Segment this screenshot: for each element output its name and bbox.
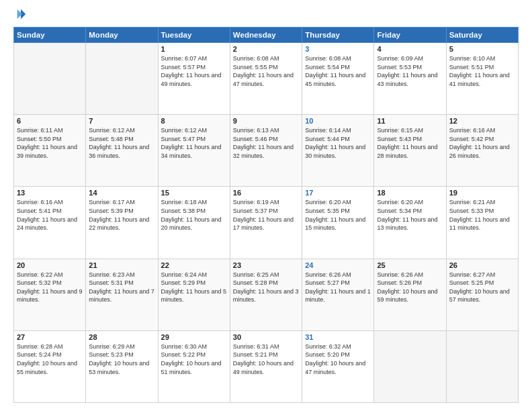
day-number: 10 (305, 117, 371, 125)
calendar-cell: 6Sunrise: 6:11 AMSunset: 5:50 PMDaylight… (14, 115, 86, 187)
calendar-cell: 20Sunrise: 6:22 AMSunset: 5:32 PMDayligh… (14, 259, 86, 330)
calendar-week-2: 6Sunrise: 6:11 AMSunset: 5:50 PMDaylight… (14, 115, 519, 187)
weekday-header-tuesday: Tuesday (158, 28, 230, 43)
calendar-cell (374, 330, 446, 402)
day-number: 17 (305, 189, 371, 197)
calendar-cell: 1Sunrise: 6:07 AMSunset: 5:57 PMDaylight… (158, 43, 230, 115)
calendar-cell: 5Sunrise: 6:10 AMSunset: 5:51 PMDaylight… (446, 43, 518, 115)
calendar-cell: 18Sunrise: 6:20 AMSunset: 5:34 PMDayligh… (374, 187, 446, 259)
calendar-cell: 19Sunrise: 6:21 AMSunset: 5:33 PMDayligh… (446, 187, 518, 259)
day-number: 14 (89, 189, 154, 197)
day-info: Sunrise: 6:11 AMSunset: 5:50 PMDaylight:… (17, 126, 83, 160)
day-number: 20 (17, 261, 83, 269)
day-info: Sunrise: 6:14 AMSunset: 5:44 PMDaylight:… (305, 126, 371, 160)
day-info: Sunrise: 6:22 AMSunset: 5:32 PMDaylight:… (17, 271, 83, 304)
calendar-cell: 22Sunrise: 6:24 AMSunset: 5:29 PMDayligh… (158, 259, 230, 330)
day-info: Sunrise: 6:19 AMSunset: 5:37 PMDaylight:… (233, 198, 299, 232)
calendar-cell: 10Sunrise: 6:14 AMSunset: 5:44 PMDayligh… (302, 115, 374, 187)
day-info: Sunrise: 6:20 AMSunset: 5:34 PMDaylight:… (377, 198, 443, 232)
header (13, 11, 519, 20)
calendar-cell: 14Sunrise: 6:17 AMSunset: 5:39 PMDayligh… (86, 187, 158, 259)
day-number: 28 (89, 333, 154, 341)
day-info: Sunrise: 6:08 AMSunset: 5:55 PMDaylight:… (233, 54, 299, 88)
calendar-cell: 3Sunrise: 6:08 AMSunset: 5:54 PMDaylight… (302, 43, 374, 115)
day-number: 18 (377, 189, 443, 197)
calendar-week-3: 13Sunrise: 6:16 AMSunset: 5:41 PMDayligh… (14, 187, 519, 259)
day-info: Sunrise: 6:24 AMSunset: 5:29 PMDaylight:… (161, 271, 227, 304)
calendar-cell: 11Sunrise: 6:15 AMSunset: 5:43 PMDayligh… (374, 115, 446, 187)
day-number: 16 (233, 189, 299, 197)
day-number: 29 (161, 333, 227, 341)
day-number: 24 (305, 261, 371, 269)
calendar-cell: 8Sunrise: 6:12 AMSunset: 5:47 PMDaylight… (158, 115, 230, 187)
day-info: Sunrise: 6:30 AMSunset: 5:22 PMDaylight:… (161, 342, 227, 376)
day-info: Sunrise: 6:32 AMSunset: 5:20 PMDaylight:… (305, 342, 371, 376)
day-info: Sunrise: 6:17 AMSunset: 5:39 PMDaylight:… (89, 198, 154, 232)
day-number: 30 (233, 333, 299, 341)
weekday-header-monday: Monday (86, 28, 158, 43)
weekday-header-saturday: Saturday (446, 28, 518, 43)
calendar-cell: 24Sunrise: 6:26 AMSunset: 5:27 PMDayligh… (302, 259, 374, 330)
day-number: 8 (161, 117, 227, 125)
weekday-header-thursday: Thursday (302, 28, 374, 43)
calendar-cell: 9Sunrise: 6:13 AMSunset: 5:46 PMDaylight… (230, 115, 302, 187)
weekday-header-friday: Friday (374, 28, 446, 43)
day-number: 5 (449, 45, 515, 53)
calendar-cell: 17Sunrise: 6:20 AMSunset: 5:35 PMDayligh… (302, 187, 374, 259)
weekday-header-row: SundayMondayTuesdayWednesdayThursdayFrid… (14, 28, 519, 43)
calendar-cell: 30Sunrise: 6:31 AMSunset: 5:21 PMDayligh… (230, 330, 302, 402)
calendar-week-1: 1Sunrise: 6:07 AMSunset: 5:57 PMDaylight… (14, 43, 519, 115)
calendar-cell: 31Sunrise: 6:32 AMSunset: 5:20 PMDayligh… (302, 330, 374, 402)
day-info: Sunrise: 6:28 AMSunset: 5:24 PMDaylight:… (17, 342, 83, 376)
day-info: Sunrise: 6:27 AMSunset: 5:25 PMDaylight:… (449, 271, 515, 304)
day-info: Sunrise: 6:07 AMSunset: 5:57 PMDaylight:… (161, 54, 227, 88)
day-info: Sunrise: 6:10 AMSunset: 5:51 PMDaylight:… (449, 54, 515, 88)
calendar-week-4: 20Sunrise: 6:22 AMSunset: 5:32 PMDayligh… (14, 259, 519, 330)
calendar-cell: 28Sunrise: 6:29 AMSunset: 5:23 PMDayligh… (86, 330, 158, 402)
day-info: Sunrise: 6:18 AMSunset: 5:38 PMDaylight:… (161, 198, 227, 232)
page: SundayMondayTuesdayWednesdayThursdayFrid… (0, 0, 532, 411)
day-number: 23 (233, 261, 299, 269)
day-info: Sunrise: 6:16 AMSunset: 5:41 PMDaylight:… (17, 198, 83, 232)
day-info: Sunrise: 6:12 AMSunset: 5:48 PMDaylight:… (89, 126, 154, 160)
calendar-week-5: 27Sunrise: 6:28 AMSunset: 5:24 PMDayligh… (14, 330, 519, 402)
logo (13, 11, 27, 20)
calendar-cell: 23Sunrise: 6:25 AMSunset: 5:28 PMDayligh… (230, 259, 302, 330)
day-number: 11 (377, 117, 443, 125)
day-number: 31 (305, 333, 371, 341)
day-number: 15 (161, 189, 227, 197)
day-info: Sunrise: 6:08 AMSunset: 5:54 PMDaylight:… (305, 54, 371, 88)
day-info: Sunrise: 6:21 AMSunset: 5:33 PMDaylight:… (449, 198, 515, 232)
weekday-header-sunday: Sunday (14, 28, 86, 43)
calendar: SundayMondayTuesdayWednesdayThursdayFrid… (13, 27, 519, 403)
day-info: Sunrise: 6:31 AMSunset: 5:21 PMDaylight:… (233, 342, 299, 376)
day-number: 13 (17, 189, 83, 197)
day-number: 27 (17, 333, 83, 341)
logo-icon (15, 8, 27, 20)
day-info: Sunrise: 6:16 AMSunset: 5:42 PMDaylight:… (449, 126, 515, 160)
day-info: Sunrise: 6:20 AMSunset: 5:35 PMDaylight:… (305, 198, 371, 232)
day-number: 2 (233, 45, 299, 53)
day-number: 22 (161, 261, 227, 269)
day-info: Sunrise: 6:26 AMSunset: 5:26 PMDaylight:… (377, 271, 443, 304)
day-number: 19 (449, 189, 515, 197)
calendar-cell (86, 43, 158, 115)
calendar-cell: 26Sunrise: 6:27 AMSunset: 5:25 PMDayligh… (446, 259, 518, 330)
calendar-cell: 21Sunrise: 6:23 AMSunset: 5:31 PMDayligh… (86, 259, 158, 330)
day-number: 6 (17, 117, 83, 125)
calendar-cell: 13Sunrise: 6:16 AMSunset: 5:41 PMDayligh… (14, 187, 86, 259)
day-number: 12 (449, 117, 515, 125)
day-number: 25 (377, 261, 443, 269)
calendar-cell: 25Sunrise: 6:26 AMSunset: 5:26 PMDayligh… (374, 259, 446, 330)
day-number: 21 (89, 261, 154, 269)
day-number: 26 (449, 261, 515, 269)
day-number: 7 (89, 117, 154, 125)
calendar-cell: 4Sunrise: 6:09 AMSunset: 5:53 PMDaylight… (374, 43, 446, 115)
calendar-cell (14, 43, 86, 115)
calendar-cell: 29Sunrise: 6:30 AMSunset: 5:22 PMDayligh… (158, 330, 230, 402)
day-info: Sunrise: 6:12 AMSunset: 5:47 PMDaylight:… (161, 126, 227, 160)
calendar-cell: 2Sunrise: 6:08 AMSunset: 5:55 PMDaylight… (230, 43, 302, 115)
day-number: 4 (377, 45, 443, 53)
day-info: Sunrise: 6:09 AMSunset: 5:53 PMDaylight:… (377, 54, 443, 88)
day-info: Sunrise: 6:25 AMSunset: 5:28 PMDaylight:… (233, 271, 299, 304)
